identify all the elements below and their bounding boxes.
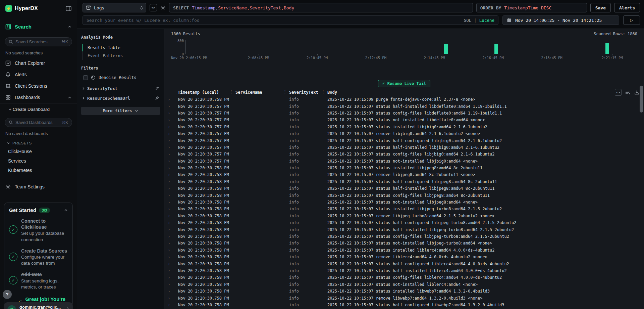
table-row[interactable]: › Nov 20 2:20:30.758 PM info 2025-10-22 … (164, 267, 644, 274)
row-expand-chevron-icon[interactable]: › (164, 221, 174, 225)
row-expand-chevron-icon[interactable]: › (164, 97, 174, 102)
chevron-up-icon[interactable] (68, 25, 71, 29)
table-row[interactable]: › Nov 20 2:20:30.757 PM info 2025-10-22 … (164, 144, 644, 151)
table-row[interactable]: › Nov 20 2:20:30.758 PM info 2025-10-22 … (164, 213, 644, 219)
table-row[interactable]: › Nov 20 2:20:30.757 PM info 2025-10-22 … (164, 130, 644, 137)
source-settings-gear-icon[interactable] (160, 5, 166, 10)
row-expand-chevron-icon[interactable]: › (164, 207, 174, 211)
row-expand-chevron-icon[interactable]: › (164, 159, 174, 163)
code-toggle-icon[interactable]: <> (150, 4, 157, 11)
lang-sql-option[interactable]: SQL (464, 18, 472, 23)
help-button[interactable]: ? (3, 290, 12, 299)
saved-searches-input[interactable]: Saved Searches ⌘K (5, 37, 72, 46)
get-started-item[interactable]: ✓ Create Data Sources Configure where yo… (9, 248, 68, 267)
table-row[interactable]: › Nov 20 2:20:30.757 PM info 2025-10-22 … (164, 110, 644, 117)
table-row[interactable]: › Nov 20 2:20:30.758 PM info 2025-10-22 … (164, 247, 644, 254)
row-expand-chevron-icon[interactable]: › (164, 282, 174, 286)
row-expand-chevron-icon[interactable]: › (164, 241, 174, 246)
table-row[interactable]: › Nov 20 2:20:30.758 PM info 2025-10-22 … (164, 178, 644, 185)
saved-dashboards-input[interactable]: Saved Dashboards ⌘K (5, 118, 72, 127)
table-row[interactable]: › Nov 20 2:20:30.758 PM info 2025-10-22 … (164, 288, 644, 295)
preset-item[interactable]: Services (0, 156, 77, 166)
row-expand-chevron-icon[interactable]: › (164, 303, 174, 307)
table-row[interactable]: › Nov 20 2:20:30.757 PM info 2025-10-22 … (164, 103, 644, 109)
denoise-checkbox[interactable] (83, 75, 88, 80)
sidebar-item-client-sessions[interactable]: Client Sessions (0, 80, 77, 92)
date-range-picker[interactable]: Nov 20 14:06:25 - Nov 20 14:21:25 (502, 15, 619, 25)
search-input[interactable]: Search your events w/ Lucene ex. column:… (83, 15, 498, 25)
table-row[interactable]: › Nov 20 2:20:30.758 PM info 2025-10-22 … (164, 185, 644, 192)
row-expand-chevron-icon[interactable]: › (164, 104, 174, 108)
table-row[interactable]: › Nov 20 2:20:30.758 PM info 2025-10-22 … (164, 206, 644, 212)
row-expand-chevron-icon[interactable]: › (164, 125, 174, 129)
sidebar-collapse-icon[interactable] (66, 6, 71, 11)
table-row[interactable]: › Nov 20 2:20:30.757 PM info 2025-10-22 … (164, 137, 644, 144)
column-resize-handle[interactable]: ⋮ (321, 90, 325, 94)
row-expand-chevron-icon[interactable]: › (164, 255, 174, 259)
table-row[interactable]: › Nov 20 2:20:30.758 PM info 2025-10-22 … (164, 171, 644, 178)
orderby-input[interactable]: ORDER BY TimestampTime DESC (476, 3, 587, 12)
wrap-lines-icon[interactable] (625, 90, 631, 95)
table-row[interactable]: › Nov 20 2:20:30.758 PM info 2025-10-22 … (164, 254, 644, 260)
table-row[interactable]: › Nov 20 2:20:30.758 PM info 2025-10-22 … (164, 165, 644, 171)
row-expand-chevron-icon[interactable]: › (164, 248, 174, 252)
download-icon[interactable] (634, 90, 639, 95)
preset-item[interactable]: ClickHouse (0, 147, 77, 156)
col-body[interactable]: Body (323, 90, 644, 95)
column-resize-handle[interactable]: ⋮ (283, 90, 287, 94)
sidebar-item-team-settings[interactable]: Team Settings (0, 181, 77, 192)
row-expand-chevron-icon[interactable]: › (164, 234, 174, 239)
alerts-button[interactable]: Alerts (614, 3, 640, 12)
col-timestamp[interactable]: Timestamp (Local) (174, 90, 231, 95)
row-expand-chevron-icon[interactable]: › (164, 179, 174, 184)
row-expand-chevron-icon[interactable]: › (164, 145, 174, 149)
row-expand-chevron-icon[interactable]: › (164, 289, 174, 294)
user-menu[interactable]: D dominic.tran@clic... dominic.tran@clic… (4, 302, 73, 309)
results-histogram[interactable]: 800 0 Nov 20 2:06:15 PM2:08:45 PM2:10:45… (171, 39, 637, 60)
language-toggle[interactable]: SQL | Lucene (464, 18, 494, 23)
table-row[interactable]: › Nov 20 2:20:30.758 PM info 2025-10-22 … (164, 233, 644, 240)
code-view-icon[interactable]: <> (615, 89, 622, 96)
sidebar-item-chart-explorer[interactable]: Chart Explorer (0, 57, 77, 69)
row-expand-chevron-icon[interactable]: › (164, 166, 174, 170)
col-severitytext[interactable]: SeverityText (285, 90, 323, 95)
row-expand-chevron-icon[interactable]: › (164, 118, 174, 122)
vertical-scrollbar[interactable] (640, 86, 643, 113)
row-expand-chevron-icon[interactable]: › (164, 152, 174, 157)
table-row[interactable]: › Nov 20 2:20:30.758 PM info 2025-10-22 … (164, 302, 644, 308)
row-expand-chevron-icon[interactable]: › (164, 111, 174, 115)
table-row[interactable]: › Nov 20 2:20:30.758 PM info 2025-10-22 … (164, 281, 644, 288)
table-row[interactable]: › Nov 20 2:20:30.757 PM info 2025-10-22 … (164, 158, 644, 165)
row-expand-chevron-icon[interactable]: › (164, 138, 174, 143)
create-dashboard-button[interactable]: + Create Dashboard (0, 103, 77, 114)
table-row[interactable]: › Nov 20 2:20:30.757 PM info 2025-10-22 … (164, 151, 644, 158)
chevron-up-icon[interactable] (68, 96, 71, 99)
row-expand-chevron-icon[interactable]: › (164, 214, 174, 218)
source-select[interactable]: Logs (83, 3, 146, 12)
table-row[interactable]: › Nov 20 2:20:30.758 PM info 2025-10-22 … (164, 260, 644, 267)
row-expand-chevron-icon[interactable]: › (164, 296, 174, 300)
table-row[interactable]: › Nov 20 2:20:30.757 PM info 2025-10-22 … (164, 117, 644, 123)
table-row[interactable]: › Nov 20 2:20:30.757 PM info 2025-10-22 … (164, 124, 644, 130)
mode-results-table[interactable]: Results Table (83, 44, 160, 52)
filter-group[interactable]: SeverityText (81, 82, 160, 92)
pin-icon[interactable] (155, 86, 159, 91)
more-filters-button[interactable]: More filters (81, 107, 160, 115)
row-expand-chevron-icon[interactable]: › (164, 275, 174, 280)
table-row[interactable]: › Nov 20 2:20:30.758 PM info 2025-10-22 … (164, 295, 644, 301)
row-expand-chevron-icon[interactable]: › (164, 193, 174, 197)
row-expand-chevron-icon[interactable]: › (164, 186, 174, 191)
row-expand-chevron-icon[interactable]: › (164, 200, 174, 205)
row-expand-chevron-icon[interactable]: › (164, 173, 174, 177)
chevron-up-icon[interactable] (64, 208, 68, 212)
resume-live-tail-button[interactable]: ⚡ Resume Live Tail (378, 80, 431, 87)
row-expand-chevron-icon[interactable]: › (164, 268, 174, 273)
col-servicename[interactable]: ServiceName (231, 90, 285, 95)
pin-icon[interactable] (155, 96, 159, 100)
filter-group[interactable]: ResourceSchemaUrl (81, 92, 160, 101)
row-expand-chevron-icon[interactable]: › (164, 262, 174, 266)
table-row[interactable]: › Nov 20 2:20:30.758 PM info 2025-10-22 … (164, 219, 644, 226)
table-row[interactable]: › Nov 20 2:20:30.758 PM info 2025-10-22 … (164, 274, 644, 281)
save-button[interactable]: Save (590, 3, 611, 12)
sidebar-item-dashboards[interactable]: Dashboards (0, 92, 77, 103)
